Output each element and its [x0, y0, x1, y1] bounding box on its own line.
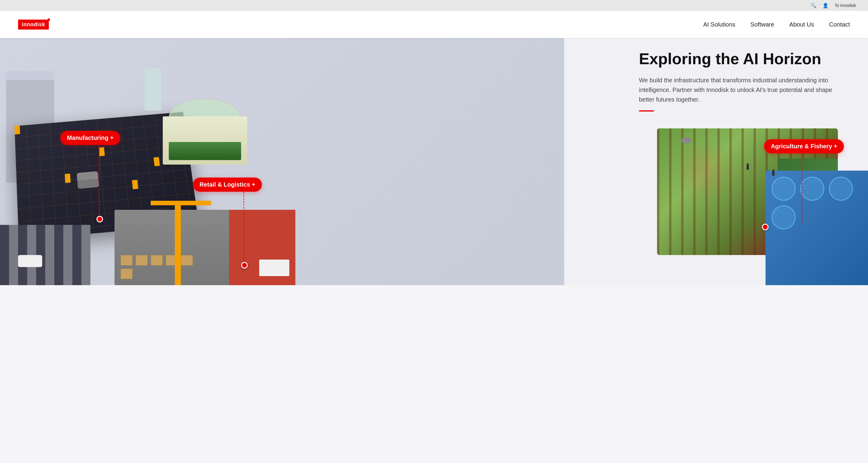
road-car [18, 255, 42, 267]
to-innodisk-link[interactable]: To Innodisk [835, 3, 856, 8]
nav-link-software: Software [750, 21, 774, 28]
nav-item-ai-solutions[interactable]: AI Solutions [703, 21, 735, 28]
user-icon[interactable]: 👤 [823, 3, 829, 8]
mfg-robot-5 [14, 126, 20, 135]
retail-label[interactable]: Retail & Logistics + [193, 178, 262, 192]
nav-item-about-us[interactable]: About Us [789, 21, 814, 28]
nav-item-contact[interactable]: Contact [829, 21, 850, 28]
mfg-dot [96, 216, 103, 222]
box-3 [151, 255, 163, 266]
agri-connector-line [802, 156, 802, 224]
nav-item-software[interactable]: Software [750, 21, 774, 28]
agri-drone [681, 137, 692, 144]
greenhouse-body [163, 116, 247, 164]
road-lines [0, 225, 90, 285]
aqua-tank-1 [772, 177, 796, 201]
storage-tank [145, 68, 161, 110]
agri-dot [762, 224, 769, 230]
box-5 [181, 255, 193, 266]
hero-title: Exploring the AI Horizon [639, 50, 844, 68]
hero-content: Exploring the AI Horizon We build the in… [639, 50, 844, 112]
retail-connector-line [244, 192, 244, 262]
mfg-connector-line [99, 147, 99, 217]
nav-link-about-us: About Us [789, 21, 814, 28]
retail-area [115, 189, 296, 285]
nav-link-contact: Contact [829, 21, 850, 28]
mfg-robot-2 [98, 147, 104, 156]
logo[interactable]: innodisk [18, 20, 49, 30]
retail-truck [259, 259, 289, 276]
aqua-tank-2 [800, 177, 824, 201]
manufacturing-label[interactable]: Manufacturing + [60, 131, 120, 145]
aqua-tanks [772, 177, 868, 229]
worker-person-2 [772, 169, 775, 176]
mfg-robot-3 [132, 180, 138, 189]
hero-divider [639, 110, 654, 112]
hero-section: Exploring the AI Horizon We build the in… [0, 38, 868, 285]
road [0, 225, 90, 285]
retail-dot [241, 262, 248, 269]
nav-links: AI Solutions Software About Us Contact [703, 21, 850, 28]
box-2 [135, 255, 148, 266]
mfg-robot-1 [65, 174, 71, 183]
logo-text: innodisk [18, 20, 49, 30]
agriculture-label[interactable]: Agriculture & Fishery + [764, 139, 844, 153]
crane-arm [151, 201, 211, 205]
hero-description: We build the infrastructure that transfo… [639, 75, 844, 104]
retail-boxes [121, 255, 205, 279]
aqua-tank-3 [829, 177, 853, 201]
car-silhouette [77, 171, 98, 182]
box-1 [121, 255, 133, 266]
worker-person-1 [747, 163, 749, 170]
greenhouse [163, 98, 247, 164]
crane-vertical [175, 201, 181, 285]
aquaculture-area [766, 171, 868, 285]
navbar: innodisk AI Solutions Software About Us … [0, 11, 868, 38]
search-icon[interactable]: 🔍 [810, 3, 816, 8]
box-6 [121, 269, 133, 279]
field-scan [675, 141, 735, 201]
top-bar: 🔍 👤 To Innodisk [0, 0, 868, 11]
nav-link-ai-solutions: AI Solutions [703, 21, 735, 28]
mfg-robot-4 [153, 157, 160, 166]
aqua-tank-4 [772, 205, 796, 229]
greenhouse-plants [169, 142, 241, 160]
retail-floor [115, 210, 296, 285]
